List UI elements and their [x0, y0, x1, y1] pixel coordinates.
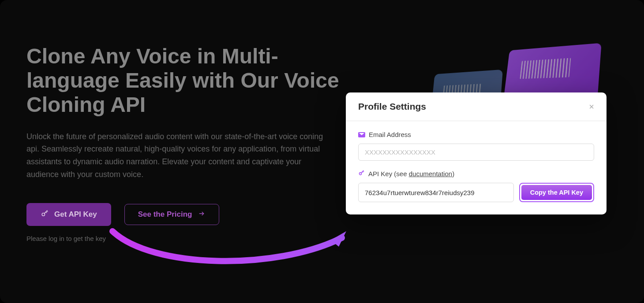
email-label: Email Address: [369, 131, 411, 138]
api-key-label: API Key (see ducumentation): [368, 170, 454, 177]
modal-header: Profile Settings ×: [346, 92, 607, 121]
email-label-row: Email Address: [358, 131, 594, 138]
api-key-row: Copy the API Key: [358, 183, 594, 202]
api-key-field[interactable]: [358, 183, 514, 202]
login-hint: Please log in to get the key: [26, 235, 618, 242]
svg-line-8: [362, 172, 363, 172]
key-icon: [358, 170, 365, 177]
hero-description: Unlock the future of personalized audio …: [26, 130, 335, 181]
copy-button-highlight: Copy the API Key: [519, 183, 594, 202]
svg-line-3: [46, 212, 47, 213]
mail-icon: [358, 132, 365, 137]
api-key-label-row: API Key (see ducumentation): [358, 170, 594, 177]
documentation-link[interactable]: ducumentation: [409, 170, 452, 177]
see-pricing-button[interactable]: See the Pricing: [124, 204, 219, 225]
see-pricing-label: See the Pricing: [138, 210, 192, 219]
get-api-key-button[interactable]: Get API Key: [26, 203, 111, 226]
get-api-key-label: Get API Key: [54, 210, 97, 219]
modal-body: Email Address API Key (see ducumentation…: [346, 121, 607, 214]
hero-title: Clone Any Voice in Multi-language Easily…: [26, 44, 344, 117]
copy-api-key-button[interactable]: Copy the API Key: [521, 185, 592, 200]
annotation-arrow-icon: [108, 225, 355, 273]
profile-settings-modal: Profile Settings × Email Address: [346, 92, 607, 214]
key-icon: [41, 209, 49, 220]
arrow-right-icon: [198, 210, 206, 219]
svg-line-7: [363, 171, 363, 171]
modal-title: Profile Settings: [358, 101, 426, 112]
svg-line-2: [47, 211, 48, 212]
email-field[interactable]: [358, 144, 594, 161]
page-container: Clone Any Voice in Multi-language Easily…: [0, 0, 644, 303]
close-icon[interactable]: ×: [589, 102, 594, 111]
